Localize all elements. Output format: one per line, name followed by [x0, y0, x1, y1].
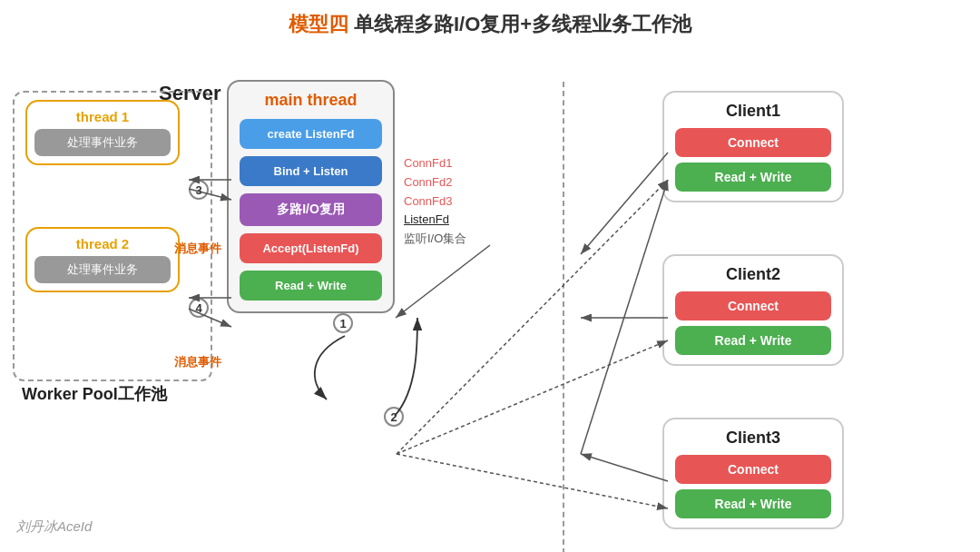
- circle-2: 2: [384, 407, 404, 427]
- client2-connect: Connect: [675, 291, 831, 320]
- client3-label: Client3: [675, 429, 831, 448]
- svg-line-14: [397, 340, 668, 454]
- thread1-label: thread 1: [34, 109, 171, 124]
- monitor-label: 监听I/O集合: [404, 230, 466, 249]
- thread2-label: thread 2: [34, 236, 171, 251]
- circle-3: 3: [189, 180, 209, 200]
- thread2-box: thread 2 处理事件业务: [25, 227, 180, 292]
- main-thread-box: main thread create ListenFd Bind + Liste…: [227, 80, 395, 313]
- thread2-inner: 处理事件业务: [34, 256, 171, 283]
- main-thread-label: main thread: [240, 91, 382, 110]
- title-model: 模型四: [289, 13, 348, 35]
- client1-connect: Connect: [675, 128, 831, 157]
- separator-line: [563, 82, 564, 552]
- connfd3-label: ConnFd3: [404, 192, 466, 212]
- svg-line-9: [581, 153, 668, 254]
- accept-block: Accept(ListenFd): [240, 233, 382, 263]
- connfd2-label: ConnFd2: [404, 173, 466, 192]
- client2-label: Client2: [675, 265, 831, 284]
- svg-line-12: [581, 454, 668, 481]
- msg-event-label-1: 消息事件: [174, 241, 221, 257]
- title-description: 单线程多路I/O复用+多线程业务工作池: [354, 13, 691, 35]
- msg-event-label-2: 消息事件: [174, 354, 221, 370]
- client1-box: Client1 Connect Read + Write: [662, 91, 844, 202]
- readwrite-block: Read + Write: [240, 271, 382, 301]
- worker-pool-label: Worker Pool工作池: [22, 383, 167, 405]
- client1-readwrite: Read + Write: [675, 163, 831, 192]
- bind-listen-block: Bind + Listen: [240, 156, 382, 186]
- client3-readwrite: Read + Write: [675, 489, 831, 518]
- client2-box: Client2 Connect Read + Write: [662, 254, 844, 366]
- page-title: 模型四 单线程多路I/O复用+多线程业务工作池: [0, 0, 980, 45]
- client3-box: Client3 Connect Read + Write: [662, 418, 844, 529]
- circle-4: 4: [189, 298, 209, 318]
- create-listenfd-block: create ListenFd: [240, 119, 382, 149]
- svg-line-15: [397, 454, 668, 508]
- client2-readwrite: Read + Write: [675, 326, 831, 355]
- client3-connect: Connect: [675, 455, 831, 484]
- multiplexio-block: 多路I/O复用: [240, 193, 382, 226]
- thread1-inner: 处理事件业务: [34, 129, 171, 156]
- svg-line-10: [581, 180, 668, 454]
- fd-labels: ConnFd1 ConnFd2 ConnFd3 ListenFd 监听I/O集合: [404, 154, 466, 249]
- client1-label: Client1: [675, 102, 831, 121]
- listenfd-label: ListenFd: [404, 211, 466, 230]
- watermark: 刘丹冰AceId: [16, 518, 92, 536]
- thread1-box: thread 1 处理事件业务: [25, 100, 180, 165]
- svg-line-8: [396, 245, 490, 318]
- circle-1: 1: [333, 313, 353, 333]
- connfd1-label: ConnFd1: [404, 154, 466, 173]
- main-content: Server Worker Pool工作池 thread 1 处理事件业务 th…: [0, 45, 980, 547]
